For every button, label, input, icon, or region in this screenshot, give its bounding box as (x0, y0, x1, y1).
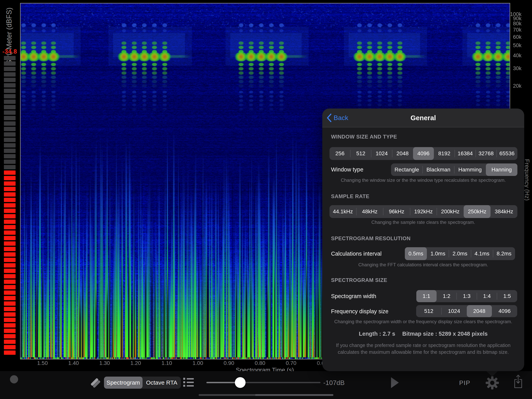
meter-segment (4, 100, 16, 104)
meter-segment (4, 72, 16, 77)
segment-option-1-0ms[interactable]: 1.0ms (427, 247, 449, 260)
segment-option-1-5[interactable]: 1:5 (497, 290, 517, 302)
meter-segment (4, 127, 16, 131)
meter-segment-red (4, 307, 16, 311)
record-button[interactable] (10, 375, 18, 383)
meter-segment (4, 56, 16, 60)
gain-slider[interactable] (206, 382, 321, 383)
meter-segment-red (4, 209, 16, 213)
home-indicator[interactable] (199, 394, 333, 396)
meter-segment-red (4, 285, 16, 289)
gain-slider-thumb[interactable] (235, 377, 246, 388)
segment-option-2048[interactable]: 2048 (392, 147, 413, 160)
segment-option-256[interactable]: 256 (329, 147, 350, 160)
meter-segment (4, 116, 16, 120)
section-header-sample-rate: SAMPLE RATE (331, 193, 369, 200)
segment-option-512[interactable]: 512 (350, 147, 371, 160)
segment-option-hanning[interactable]: Hanning (486, 163, 517, 176)
segment-option-2048[interactable]: 2048 (467, 305, 492, 317)
time-tick-label: 0.90 (218, 360, 240, 366)
segment-option-65536[interactable]: 65536 (497, 147, 517, 160)
meter-segment-red (4, 219, 16, 224)
meter-segment (4, 61, 16, 66)
meter-segment-red (4, 269, 16, 273)
meter-segment-red (4, 334, 16, 338)
marker-list-icon[interactable] (183, 378, 194, 388)
segment-option-1024[interactable]: 1024 (371, 147, 392, 160)
segment-option-blackman[interactable]: Blackman (423, 163, 454, 176)
segment-option-4-1ms[interactable]: 4.1ms (471, 247, 493, 260)
meter-segment-red (4, 192, 16, 197)
export-share-icon[interactable] (513, 374, 523, 389)
segment-option-0-5ms[interactable]: 0.5ms (405, 247, 427, 260)
segment-option-250khz[interactable]: 250kHz (464, 205, 491, 218)
segment-option-8-2ms[interactable]: 8.2ms (493, 247, 515, 260)
settings-gear-icon[interactable] (485, 376, 500, 390)
segment-option-44-1khz[interactable]: 44.1kHz (329, 205, 356, 218)
time-tick-label: 1.20 (125, 360, 146, 366)
play-button[interactable] (391, 377, 399, 388)
eraser-icon[interactable] (90, 377, 101, 388)
meter-segment-red (4, 181, 16, 186)
meter-segment (4, 154, 16, 158)
segment-option-1-3[interactable]: 1:3 (457, 290, 477, 302)
time-tick-label: 1.40 (63, 360, 84, 366)
time-tick-label: 1.50 (32, 360, 53, 366)
segment-option-48khz[interactable]: 48kHz (356, 205, 383, 218)
meter-segment-red (4, 329, 16, 333)
meter-segment (4, 143, 16, 148)
segment-option-1-1[interactable]: 1:1 (416, 290, 437, 302)
segment-option-16384[interactable]: 16384 (455, 147, 475, 160)
meter-segment-red (4, 340, 16, 344)
section-header-size: SPECTROGRAM SIZE (331, 277, 387, 283)
meter-segment-red (4, 323, 16, 328)
bottom-toolbar: SpectrogramOctave RTA -107dB PIP (0, 371, 532, 399)
meter-segment (4, 138, 16, 142)
meter-segment-red (4, 247, 16, 251)
meter-segment-red (4, 231, 16, 235)
segment-option-1-2[interactable]: 1:2 (437, 290, 457, 302)
db-value-label: -107dB (323, 379, 345, 386)
segment-option-1024[interactable]: 1024 (442, 305, 467, 317)
time-tick-label: 0.80 (249, 360, 271, 366)
settings-popover: Back General WINDOW SIZE AND TYPE 256512… (322, 109, 524, 371)
segment-option-4096[interactable]: 4096 (492, 305, 517, 317)
meter-segment (4, 160, 16, 164)
pip-button[interactable]: PIP (459, 379, 470, 386)
segment-option-2-0ms[interactable]: 2.0ms (449, 247, 471, 260)
meter-segment-red (4, 280, 16, 284)
segment-option-4096[interactable]: 4096 (413, 147, 434, 160)
segment-option-rectangle[interactable]: Rectangle (391, 163, 423, 176)
meter-segment (4, 83, 16, 87)
meter-segment (4, 78, 16, 82)
segment-option-96khz[interactable]: 96kHz (383, 205, 410, 218)
meter-segment (4, 132, 16, 137)
segment-option-octave-rta[interactable]: Octave RTA (143, 377, 181, 389)
segment-option-spectrogram[interactable]: Spectrogram (104, 377, 143, 389)
window-type-segmented: RectangleBlackmanHammingHanning (391, 163, 517, 176)
meter-segment-red (4, 258, 16, 262)
segment-option-1-4[interactable]: 1:4 (477, 290, 497, 302)
summary-length: Length : 2.7 s (359, 331, 395, 337)
meter-segment (4, 110, 16, 115)
segment-option-512[interactable]: 512 (416, 305, 442, 317)
time-tick-label: 0.70 (280, 360, 302, 366)
segment-option-32768[interactable]: 32768 (476, 147, 497, 160)
spectrogram-summary: Length : 2.7 sBitmap size : 5289 x 2048 … (322, 331, 524, 337)
section-header-resolution: SPECTROGRAM RESOLUTION (331, 236, 411, 242)
time-tick-label: 1.00 (187, 360, 209, 366)
segment-option-hamming[interactable]: Hamming (454, 163, 486, 176)
meter-segment-red (4, 312, 16, 317)
meter-segment (4, 165, 16, 169)
freq-tick-label: 70k (507, 27, 521, 33)
segment-option-384khz[interactable]: 384kHz (491, 205, 517, 218)
popover-arrow (486, 371, 498, 377)
meter-segment (4, 67, 16, 71)
freq-tick-label: 30k (507, 65, 521, 71)
sample-rate-segmented: 44.1kHz48kHz96kHz192kHz200kHz250kHz384kH… (329, 205, 517, 218)
segment-option-192khz[interactable]: 192kHz (410, 205, 437, 218)
segment-option-200khz[interactable]: 200kHz (437, 205, 464, 218)
meter-segment (4, 89, 16, 93)
meter-segment-red (4, 241, 16, 246)
segment-option-8192[interactable]: 8192 (434, 147, 455, 160)
